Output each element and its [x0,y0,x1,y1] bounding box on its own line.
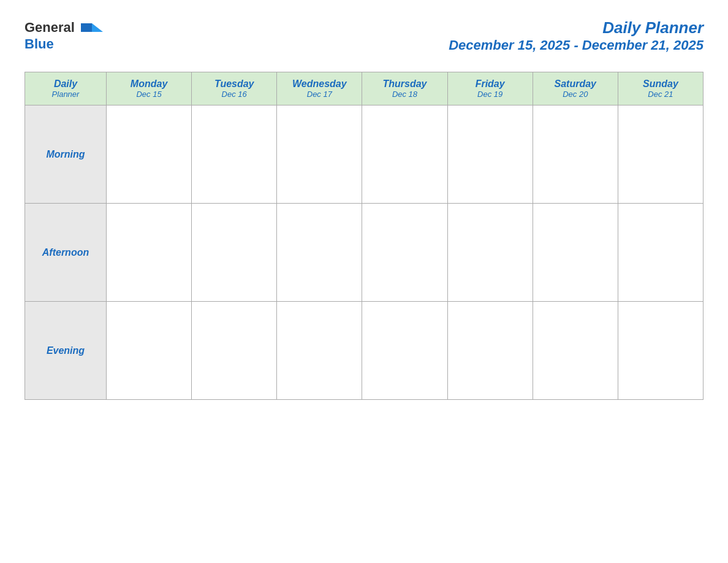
cell-morning-wednesday[interactable] [277,105,362,204]
logo-general-text: General [25,20,75,35]
row-afternoon: Afternoon [25,204,703,302]
col-header-tuesday: Tuesday Dec 16 [192,72,277,105]
cell-morning-saturday[interactable] [533,105,618,204]
cell-afternoon-friday[interactable] [447,204,533,302]
row-label-afternoon: Afternoon [25,204,107,302]
col-header-wednesday: Wednesday Dec 17 [277,72,362,105]
col-header-friday: Friday Dec 19 [447,72,533,105]
table-header-label: Daily Planner [25,72,107,105]
logo: General Blue [25,20,103,52]
cell-morning-tuesday[interactable] [192,105,277,204]
cell-evening-friday[interactable] [447,302,533,400]
cell-evening-tuesday[interactable] [192,302,277,400]
page-title: Daily Planner [449,18,703,37]
title-block: Daily Planner December 15, 2025 - Decemb… [449,18,703,53]
cell-afternoon-saturday[interactable] [533,204,618,302]
cell-morning-friday[interactable] [447,105,533,204]
cell-afternoon-sunday[interactable] [618,204,703,302]
cell-morning-monday[interactable] [107,105,192,204]
page-header: General Blue Daily Planner December 15, … [25,18,703,53]
cell-morning-thursday[interactable] [362,105,447,204]
cell-evening-thursday[interactable] [362,302,447,400]
header-planner: Planner [29,90,102,99]
row-label-evening: Evening [25,302,107,400]
row-label-morning: Morning [25,105,107,204]
cell-evening-monday[interactable] [107,302,192,400]
col-header-sunday: Sunday Dec 21 [618,72,703,105]
col-header-saturday: Saturday Dec 20 [533,72,618,105]
cell-evening-wednesday[interactable] [277,302,362,400]
logo-blue-text: Blue [25,36,54,52]
col-header-thursday: Thursday Dec 18 [362,72,447,105]
cell-morning-sunday[interactable] [618,105,703,204]
header-daily: Daily [29,79,102,90]
date-range: December 15, 2025 - December 21, 2025 [449,37,703,53]
planner-table: Daily Planner Monday Dec 15 Tuesday Dec … [25,72,703,400]
cell-afternoon-thursday[interactable] [362,204,447,302]
row-morning: Morning [25,105,703,204]
col-header-monday: Monday Dec 15 [107,72,192,105]
row-evening: Evening [25,302,703,400]
cell-afternoon-wednesday[interactable] [277,204,362,302]
cell-afternoon-tuesday[interactable] [192,204,277,302]
cell-afternoon-monday[interactable] [107,204,192,302]
logo-icon [81,23,103,32]
cell-evening-saturday[interactable] [533,302,618,400]
cell-evening-sunday[interactable] [618,302,703,400]
